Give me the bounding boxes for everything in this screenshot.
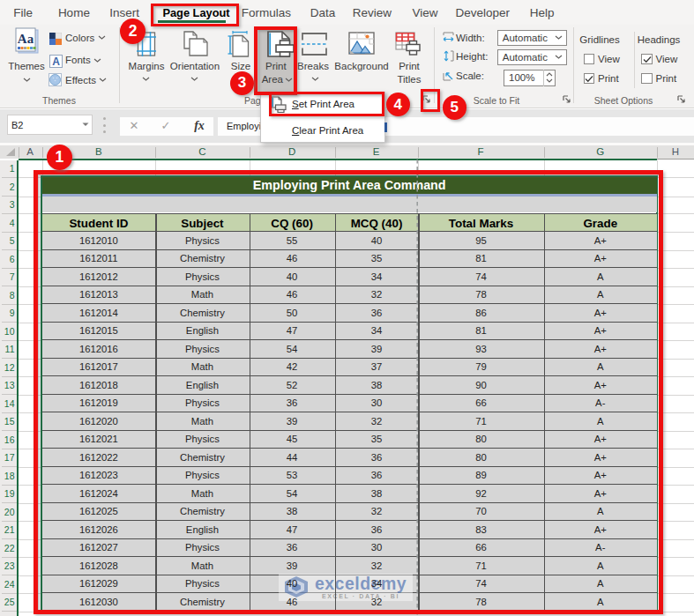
svg-text:Aa: Aa [18,32,34,46]
svg-text:A: A [52,56,60,68]
